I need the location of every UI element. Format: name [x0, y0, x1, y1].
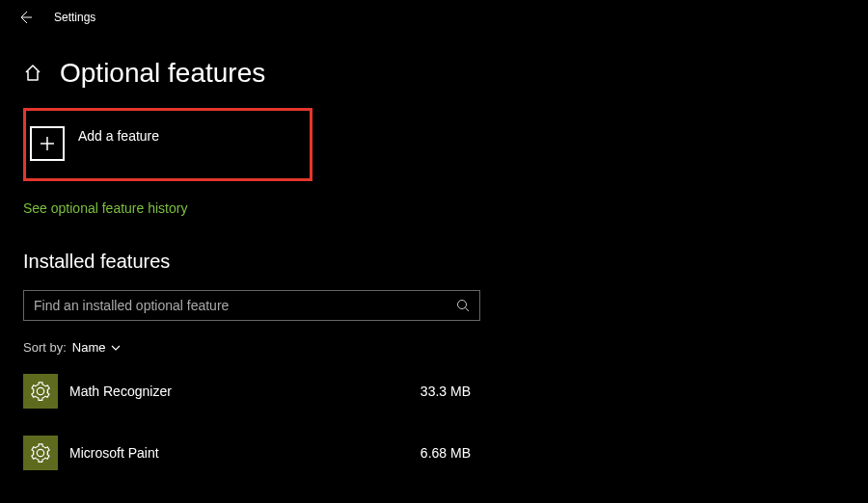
- feature-history-link[interactable]: See optional feature history: [23, 200, 187, 216]
- svg-line-4: [466, 308, 470, 312]
- feature-name: Microsoft Paint: [69, 445, 420, 461]
- search-input[interactable]: [34, 298, 456, 313]
- gear-icon: [23, 374, 58, 409]
- search-icon[interactable]: [456, 299, 470, 312]
- add-feature-button[interactable]: Add a feature: [23, 108, 312, 181]
- search-container[interactable]: [23, 290, 480, 321]
- feature-size: 6.68 MB: [420, 445, 471, 461]
- installed-features-heading: Installed features: [23, 251, 845, 273]
- feature-item[interactable]: Math Recognizer 33.3 MB: [23, 374, 480, 409]
- svg-point-3: [458, 301, 467, 309]
- feature-item[interactable]: Microsoft Paint 6.68 MB: [23, 436, 480, 470]
- chevron-down-icon: [111, 345, 121, 351]
- feature-name: Math Recognizer: [69, 384, 420, 399]
- sort-value: Name: [72, 340, 106, 355]
- home-icon[interactable]: [23, 64, 42, 83]
- page-title: Optional features: [60, 58, 265, 89]
- sort-control[interactable]: Sort by: Name: [23, 340, 845, 355]
- feature-size: 33.3 MB: [420, 384, 471, 399]
- add-feature-label: Add a feature: [78, 128, 159, 144]
- window-title: Settings: [54, 11, 95, 24]
- sort-label: Sort by:: [23, 340, 67, 355]
- plus-icon: [30, 126, 65, 161]
- gear-icon: [23, 436, 58, 470]
- back-button[interactable]: [17, 10, 33, 25]
